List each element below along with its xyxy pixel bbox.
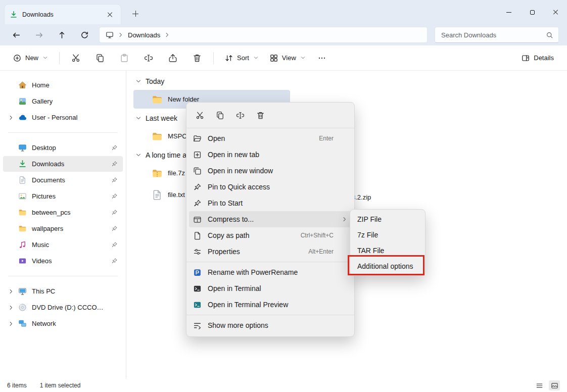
paste-icon xyxy=(120,54,129,63)
chevron-down-icon xyxy=(135,115,141,121)
sidebar-item-between-pcs[interactable]: between_pcs xyxy=(3,205,123,220)
menu-separator xyxy=(186,128,354,128)
sidebar-item-label: between_pcs xyxy=(32,209,71,216)
selection-count: 1 item selected xyxy=(40,382,81,389)
cut-button[interactable] xyxy=(192,107,208,123)
more-options-button[interactable] xyxy=(312,49,332,67)
status-thumbs-button[interactable] xyxy=(549,380,560,390)
menu-separator xyxy=(186,315,354,315)
back-button[interactable] xyxy=(8,27,24,43)
breadcrumb-chevron-icon[interactable] xyxy=(118,32,124,38)
folder-icon xyxy=(18,224,27,233)
terminalpreview-icon xyxy=(193,301,202,309)
sort-button[interactable]: Sort xyxy=(220,49,264,67)
sidebar-item-label: wallpapers xyxy=(32,225,63,232)
chevron-down-icon xyxy=(42,55,48,61)
copy-button[interactable] xyxy=(90,49,110,67)
maximize-button[interactable] xyxy=(521,0,544,24)
menu-item-rename-with-powerrename[interactable]: Rename with PowerRename xyxy=(189,264,352,280)
ellipsis-icon xyxy=(318,54,326,62)
menu-item-copy-as-path[interactable]: Copy as path Ctrl+Shift+C xyxy=(189,227,352,243)
view-button[interactable]: View xyxy=(265,49,311,67)
menu-item-pin-to-start[interactable]: Pin to Start xyxy=(189,195,352,211)
submenu-item-label: ZIP File xyxy=(357,215,382,223)
explorer-tab[interactable]: Downloads xyxy=(4,4,121,24)
sidebar-item-home[interactable]: Home xyxy=(3,77,123,93)
sidebar-item-dvd-drive-d-cccoma-x64fre-en[interactable]: DVD Drive (D:) CCCOMA_X64FRE_EN xyxy=(3,300,123,315)
plus-circle-icon xyxy=(13,54,21,62)
tab-close-button[interactable] xyxy=(104,9,116,21)
sidebar-item-documents[interactable]: Documents xyxy=(3,172,123,188)
sidebar-item-wallpapers[interactable]: wallpapers xyxy=(3,221,123,236)
search-box[interactable] xyxy=(435,27,559,43)
sidebar-item-this-pc[interactable]: This PC xyxy=(3,283,123,299)
menu-item-compress-to[interactable]: Compress to... xyxy=(189,211,352,227)
submenu-item-tar-file[interactable]: TAR File xyxy=(352,242,423,258)
menu-item-pin-to-quick-access[interactable]: Pin to Quick access xyxy=(189,179,352,195)
submenu-item-zip-file[interactable]: ZIP File xyxy=(352,211,423,227)
delete-button[interactable] xyxy=(187,49,207,67)
sidebar-item-gallery[interactable]: Gallery xyxy=(3,93,123,109)
pin-icon xyxy=(111,161,118,167)
caption-buttons xyxy=(497,0,567,24)
breadcrumb-downloads[interactable]: Downloads xyxy=(128,31,160,39)
submenu-item-additional-options[interactable]: Additional options xyxy=(352,258,423,274)
address-bar[interactable]: Downloads xyxy=(99,27,428,43)
sidebar-item-label: Documents xyxy=(32,176,65,184)
delete-button[interactable] xyxy=(252,107,268,123)
cut-button[interactable] xyxy=(66,49,86,67)
menu-item-label: Properties xyxy=(208,248,240,256)
chevron-right-icon xyxy=(8,115,14,121)
sidebar-item-label: Desktop xyxy=(32,144,56,152)
up-button[interactable] xyxy=(54,27,70,43)
folder-icon xyxy=(152,131,163,142)
chevron-down-icon xyxy=(135,152,141,158)
status-list-icon xyxy=(536,382,543,389)
forward-button[interactable] xyxy=(31,27,47,43)
new-tab-button[interactable] xyxy=(129,8,141,20)
menu-item-open-in-terminal-preview[interactable]: Open in Terminal Preview xyxy=(189,297,352,313)
file-name: file.txt xyxy=(168,191,185,199)
group-header-today[interactable]: Today xyxy=(135,76,567,87)
details-pane-icon xyxy=(522,54,530,62)
new-button[interactable]: New xyxy=(8,49,53,67)
sidebar-item-desktop[interactable]: Desktop xyxy=(3,140,123,156)
paste-button[interactable] xyxy=(114,49,134,67)
details-pane-button[interactable]: Details xyxy=(516,49,559,67)
navigation-bar: Downloads xyxy=(0,24,567,45)
share-button[interactable] xyxy=(163,49,183,67)
rename-button[interactable] xyxy=(138,49,159,67)
file-explorer-window: Downloads Downloads xyxy=(0,0,567,392)
minimize-button[interactable] xyxy=(497,0,521,24)
menu-item-label: Pin to Start xyxy=(208,199,243,207)
sidebar-item-user-personal[interactable]: User - Personal xyxy=(3,110,123,125)
menu-item-properties[interactable]: Properties Alt+Enter xyxy=(189,243,352,260)
sidebar-item-videos[interactable]: Videos xyxy=(3,253,123,269)
sidebar-item-network[interactable]: Network xyxy=(3,316,123,331)
rename-icon xyxy=(236,111,245,120)
refresh-button[interactable] xyxy=(76,27,92,43)
sidebar-item-pictures[interactable]: Pictures xyxy=(3,188,123,204)
copy-button[interactable] xyxy=(212,107,228,123)
rename-icon xyxy=(144,54,153,63)
menu-item-open-in-terminal[interactable]: Open in Terminal xyxy=(189,280,352,297)
rename-button[interactable] xyxy=(232,107,248,123)
breadcrumb-chevron-icon[interactable] xyxy=(164,32,170,38)
minimize-icon xyxy=(506,12,511,13)
sidebar-item-downloads[interactable]: Downloads xyxy=(3,156,123,172)
folder-icon xyxy=(152,94,163,105)
chevron-right-icon xyxy=(8,305,14,311)
view-grid-icon xyxy=(270,54,278,62)
search-input[interactable] xyxy=(440,31,546,39)
sidebar-item-music[interactable]: Music xyxy=(3,237,123,253)
submenu-item-7z-file[interactable]: 7z File xyxy=(352,227,423,242)
status-list-button[interactable] xyxy=(534,380,545,390)
submenu-item-label: Additional options xyxy=(357,262,413,270)
menu-item-open-in-new-tab[interactable]: Open in new tab xyxy=(189,146,352,163)
menu-item-show-more-options[interactable]: Show more options xyxy=(189,317,352,333)
menu-item-open[interactable]: Open Enter xyxy=(189,130,352,146)
close-window-button[interactable] xyxy=(544,0,567,24)
chevron-down-icon xyxy=(300,55,306,61)
menu-item-open-in-new-window[interactable]: Open in new window xyxy=(189,163,352,179)
menu-item-label: Copy as path xyxy=(208,231,250,239)
